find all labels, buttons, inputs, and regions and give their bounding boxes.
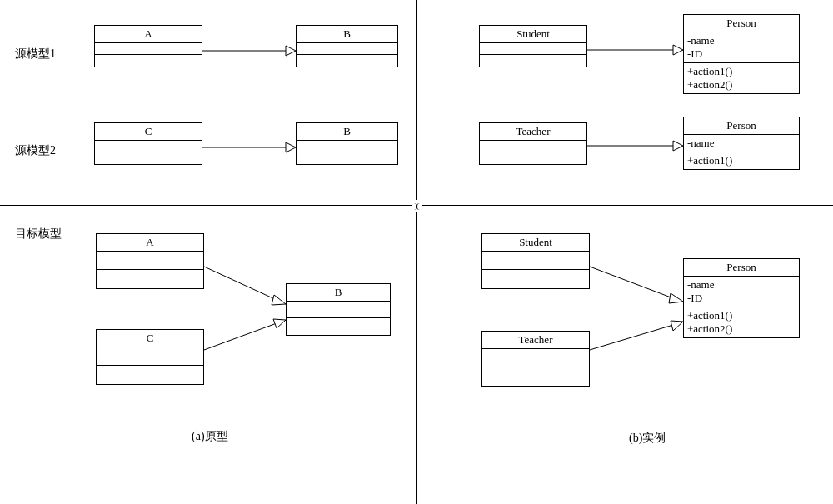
class-attrs-empty xyxy=(95,141,202,152)
attr-id: -ID xyxy=(687,47,796,61)
class-ops-empty xyxy=(480,152,586,164)
label-target-model: 目标模型 xyxy=(15,227,62,242)
vertical-divider-top xyxy=(416,0,417,200)
arrowhead-target-c-to-b xyxy=(273,319,286,328)
class-name: Person xyxy=(684,15,799,32)
class-box-c: C xyxy=(94,122,202,165)
attr-name: -name xyxy=(687,137,796,150)
op-action1: +action1() xyxy=(687,154,796,167)
class-attrs-empty xyxy=(297,141,397,152)
class-ops-empty xyxy=(297,55,397,67)
class-ops-empty xyxy=(97,366,203,384)
class-name: B xyxy=(297,26,397,43)
target-class-box-teacher: Teacher xyxy=(481,331,590,387)
class-attrs-empty xyxy=(480,43,586,55)
arrowhead-a-to-b xyxy=(286,46,296,56)
class-name: Person xyxy=(684,117,799,135)
op-action1: +action1() xyxy=(687,309,796,322)
class-ops: +action1() +action2() xyxy=(684,307,799,337)
class-ops-empty xyxy=(287,318,390,335)
class-attrs-empty xyxy=(482,349,589,367)
class-name: B xyxy=(287,284,390,302)
op-action1: +action1() xyxy=(687,65,796,78)
class-box-student: Student xyxy=(479,25,587,67)
divider-gap-mark xyxy=(412,203,421,210)
class-name: Person xyxy=(684,259,799,277)
class-ops-empty xyxy=(297,152,397,164)
arrowhead-target-student-to-person xyxy=(669,293,683,303)
class-ops-empty xyxy=(95,55,202,67)
class-name: A xyxy=(97,234,203,252)
class-box-person-reduced: Person -name +action1() xyxy=(683,117,800,170)
arrow-target-teacher-to-person xyxy=(590,325,673,350)
class-name: A xyxy=(95,26,202,43)
class-ops: +action1() +action2() xyxy=(684,63,799,93)
op-action2: +action2() xyxy=(687,322,796,336)
op-action2: +action2() xyxy=(687,78,796,92)
class-attrs: -name xyxy=(684,135,799,152)
target-class-box-a: A xyxy=(96,233,204,289)
class-name: C xyxy=(95,123,202,141)
label-source-model-1: 源模型1 xyxy=(15,47,56,62)
class-attrs: -name -ID xyxy=(684,277,799,307)
class-ops-empty xyxy=(95,152,202,164)
class-name: B xyxy=(297,123,397,141)
diagram-container: 源模型1 源模型2 目标模型 A B C B Student Person -n… xyxy=(0,0,833,504)
arrowhead-student-to-person xyxy=(673,45,683,55)
attr-name: -name xyxy=(687,34,796,47)
caption-b: (b)实例 xyxy=(629,431,666,446)
class-ops-empty xyxy=(97,270,203,288)
class-attrs-empty xyxy=(480,141,586,152)
class-attrs-empty xyxy=(97,347,203,366)
class-name: C xyxy=(97,330,203,347)
target-class-box-student: Student xyxy=(481,233,590,289)
class-name: Teacher xyxy=(482,332,589,349)
target-class-box-b: B xyxy=(286,283,391,336)
class-box-b2: B xyxy=(296,122,398,165)
class-name: Student xyxy=(482,234,589,252)
label-source-model-2: 源模型2 xyxy=(15,143,56,158)
target-class-box-person-merged: Person -name -ID +action1() +action2() xyxy=(683,258,800,338)
arrow-target-student-to-person xyxy=(590,267,673,298)
class-box-teacher: Teacher xyxy=(479,122,587,165)
vertical-divider-bottom xyxy=(416,212,417,504)
class-attrs-empty xyxy=(95,43,202,55)
class-box-a: A xyxy=(94,25,202,67)
arrow-target-a-to-b xyxy=(204,267,277,300)
attr-name: -name xyxy=(687,278,796,292)
class-attrs-empty xyxy=(482,252,589,270)
class-attrs-empty xyxy=(297,43,397,55)
target-class-box-c: C xyxy=(96,329,204,385)
class-attrs: -name -ID xyxy=(684,32,799,63)
class-ops-empty xyxy=(482,270,589,288)
class-attrs-empty xyxy=(287,302,390,318)
arrowhead-teacher-to-person xyxy=(673,141,683,151)
arrowhead-target-a-to-b xyxy=(272,295,286,305)
class-name: Teacher xyxy=(480,123,586,141)
class-box-person-full: Person -name -ID +action1() +action2() xyxy=(683,14,800,94)
class-box-b: B xyxy=(296,25,398,67)
arrow-target-c-to-b xyxy=(204,323,277,350)
class-attrs-empty xyxy=(97,252,203,270)
class-ops-empty xyxy=(482,367,589,386)
class-name: Student xyxy=(480,26,586,43)
arrowhead-target-teacher-to-person xyxy=(671,321,683,331)
class-ops: +action1() xyxy=(684,152,799,169)
arrowhead-c-to-b xyxy=(286,142,296,152)
class-ops-empty xyxy=(480,55,586,67)
caption-a: (a)原型 xyxy=(192,429,228,444)
attr-id: -ID xyxy=(687,292,796,305)
